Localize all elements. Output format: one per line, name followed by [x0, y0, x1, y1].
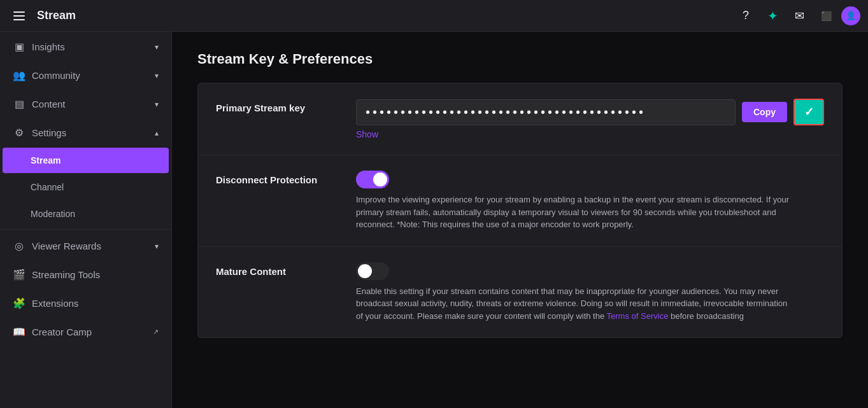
checkmark-icon: ✓ — [804, 105, 814, 119]
copy-button[interactable]: Copy — [742, 102, 787, 122]
chevron-down-icon: ▾ — [155, 242, 159, 251]
glitch-button[interactable]: ✦ — [761, 4, 784, 27]
toggle-thumb — [358, 264, 372, 278]
help-button[interactable]: ? — [734, 4, 757, 27]
stream-key-input-row: Copy ✓ — [356, 99, 824, 125]
sidebar-item-streaming-tools-label: Streaming Tools — [32, 269, 159, 280]
disconnect-protection-desc: Improve the viewing experience for your … — [356, 193, 789, 231]
sidebar-item-channel[interactable]: Channel — [3, 174, 169, 200]
settings-card: Primary Stream key Copy ✓ Show — [197, 83, 843, 338]
chevron-down-icon: ▾ — [155, 100, 159, 109]
community-icon: 👥 — [13, 69, 25, 81]
mature-content-desc: Enable this setting if your stream conta… — [356, 285, 789, 323]
mature-content-content: Enable this setting if your stream conta… — [356, 262, 824, 323]
sidebar-item-insights[interactable]: ▣ Insights ▾ — [3, 33, 169, 60]
sidebar-item-content[interactable]: ▤ Content ▾ — [3, 90, 169, 118]
sidebar-item-stream[interactable]: Stream — [3, 148, 169, 173]
insights-icon: ▣ — [13, 41, 25, 53]
chevron-up-icon: ▴ — [155, 129, 159, 137]
sidebar-item-moderation-label: Moderation — [31, 209, 159, 219]
sidebar-item-insights-label: Insights — [32, 41, 148, 52]
sidebar-item-viewer-rewards[interactable]: ◎ Viewer Rewards ▾ — [3, 232, 169, 260]
page-title: Stream Key & Preferences — [197, 51, 843, 67]
chevron-down-icon: ▾ — [155, 71, 159, 80]
glitch-icon: ✦ — [767, 8, 778, 24]
sidebar-item-creator-camp[interactable]: 📖 Creator Camp ↗ — [3, 318, 169, 346]
mail-button[interactable]: ✉ — [788, 4, 811, 27]
chevron-down-icon: ▾ — [155, 43, 159, 52]
main-content: Stream Key & Preferences Primary Stream … — [172, 32, 868, 408]
sidebar-item-channel-label: Channel — [31, 182, 159, 192]
disconnect-protection-label: Disconnect Protection — [216, 171, 343, 185]
sidebar-item-moderation[interactable]: Moderation — [3, 201, 169, 227]
sidebar-divider — [0, 229, 171, 230]
sidebar-item-community-label: Community — [32, 70, 148, 81]
avatar-icon: 👤 — [846, 11, 856, 20]
disconnect-toggle-wrapper — [356, 171, 824, 188]
sidebar-item-streaming-tools[interactable]: 🎬 Streaming Tools — [3, 261, 169, 288]
mail-icon: ✉ — [795, 9, 804, 23]
disconnect-protection-row: Disconnect Protection Improve the viewin… — [216, 171, 824, 231]
sidebar-item-content-label: Content — [32, 99, 148, 109]
stream-key-content: Copy ✓ Show — [356, 99, 824, 139]
hamburger-icon — [10, 7, 28, 25]
mature-content-section: Mature Content Enable this setting if yo… — [198, 247, 842, 338]
sidebar-item-extensions[interactable]: 🧩 Extensions — [3, 290, 169, 317]
settings-icon: ⚙ — [13, 127, 25, 139]
topnav: Stream ? ✦ ✉ ⬛ 👤 — [0, 0, 868, 32]
mature-toggle[interactable] — [356, 262, 389, 280]
stream-key-row: Primary Stream key Copy ✓ Show — [216, 99, 824, 139]
notification-icon: ⬛ — [821, 11, 832, 21]
stream-key-label: Primary Stream key — [216, 99, 343, 113]
stream-key-section: Primary Stream key Copy ✓ Show — [198, 83, 842, 155]
sidebar-item-community[interactable]: 👥 Community ▾ — [3, 62, 169, 89]
toggle-thumb — [373, 172, 387, 186]
hamburger-button[interactable] — [8, 4, 31, 27]
sidebar-item-settings[interactable]: ⚙ Settings ▴ — [3, 119, 169, 146]
check-button[interactable]: ✓ — [793, 99, 824, 125]
content-icon: ▤ — [13, 98, 25, 110]
help-icon: ? — [743, 9, 749, 22]
sidebar-item-extensions-label: Extensions — [32, 298, 159, 309]
sidebar-item-settings-label: Settings — [32, 127, 148, 138]
extensions-icon: 🧩 — [13, 297, 25, 309]
topnav-right: ? ✦ ✉ ⬛ 👤 — [734, 4, 860, 27]
mature-content-label: Mature Content — [216, 262, 343, 277]
layout: ▣ Insights ▾ 👥 Community ▾ ▤ Content ▾ ⚙… — [0, 32, 868, 408]
mature-content-desc-suffix: before broadcasting — [668, 311, 744, 321]
streaming-tools-icon: 🎬 — [13, 269, 25, 281]
terms-of-service-link[interactable]: Terms of Service — [607, 311, 669, 321]
sidebar-item-creator-camp-label: Creator Camp — [32, 327, 146, 337]
external-link-icon: ↗ — [153, 328, 159, 336]
disconnect-protection-section: Disconnect Protection Improve the viewin… — [198, 155, 842, 247]
notification-button[interactable]: ⬛ — [815, 4, 837, 27]
sidebar-item-viewer-rewards-label: Viewer Rewards — [32, 241, 148, 251]
creator-camp-icon: 📖 — [13, 326, 25, 338]
viewer-rewards-icon: ◎ — [13, 240, 25, 252]
topnav-left: Stream — [8, 4, 734, 27]
mature-toggle-wrapper — [356, 262, 824, 280]
mature-content-row: Mature Content Enable this setting if yo… — [216, 262, 824, 323]
avatar-button[interactable]: 👤 — [841, 6, 860, 25]
stream-key-input[interactable] — [356, 99, 736, 125]
sidebar-item-stream-label: Stream — [31, 155, 159, 165]
sidebar: ▣ Insights ▾ 👥 Community ▾ ▤ Content ▾ ⚙… — [0, 32, 172, 408]
show-link[interactable]: Show — [356, 129, 824, 139]
disconnect-protection-content: Improve the viewing experience for your … — [356, 171, 824, 231]
disconnect-toggle[interactable] — [356, 171, 389, 188]
app-title: Stream — [37, 9, 76, 22]
